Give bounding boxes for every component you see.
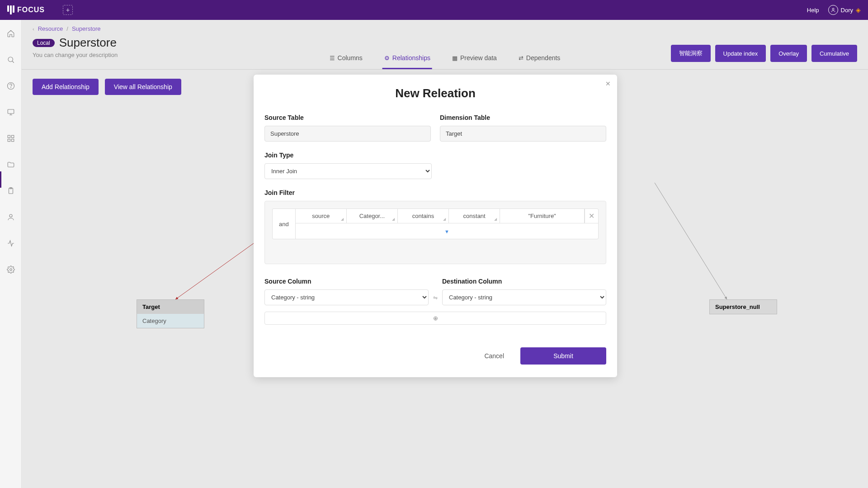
chevron-down-icon: ◢	[494, 217, 497, 221]
dependents-icon: ⇄	[519, 55, 524, 62]
filter-logic-and[interactable]: and	[273, 209, 296, 239]
top-header: FOCUS + Help Dory ◈	[0, 0, 868, 20]
filter-cell-column[interactable]: Categor...◢	[347, 209, 398, 223]
chevron-left-icon[interactable]: ‹	[33, 26, 34, 32]
node-target[interactable]: Target Category	[137, 299, 204, 328]
join-filter-label: Join Filter	[264, 189, 606, 196]
svg-point-12	[9, 269, 12, 271]
app-logo[interactable]: FOCUS	[7, 5, 45, 14]
svg-point-0	[832, 8, 834, 10]
dest-column-select[interactable]: Category - string	[442, 289, 606, 305]
left-sidebar	[0, 20, 22, 488]
help-icon[interactable]	[6, 81, 15, 90]
filter-cell-value[interactable]: "Furniture"	[500, 209, 585, 223]
filter-cell-source[interactable]: source◢	[296, 209, 347, 223]
chevron-down-icon: ◢	[392, 217, 395, 221]
folder-icon[interactable]	[6, 160, 15, 169]
preview-icon: ▦	[452, 55, 458, 62]
help-link[interactable]: Help	[807, 7, 819, 14]
local-badge: Local	[33, 39, 55, 47]
svg-rect-4	[8, 109, 14, 114]
node-target-title: Target	[137, 300, 204, 314]
new-tab-button[interactable]: +	[63, 5, 73, 15]
svg-rect-6	[11, 135, 14, 137]
filter-cell-type[interactable]: constant◢	[449, 209, 500, 223]
filter-add-row[interactable]: ▼	[296, 223, 598, 239]
node-target-column[interactable]: Category	[137, 314, 204, 328]
view-all-relationship-button[interactable]: View all Relationship	[105, 79, 181, 95]
source-table-label: Source Table	[264, 114, 431, 121]
svg-rect-5	[8, 135, 10, 137]
insight-button[interactable]: 智能洞察	[671, 45, 711, 62]
tabs: ☰ Columns ⚙ Relationships ▦ Preview data…	[328, 50, 562, 69]
filter-box: and source◢ Categor...◢ contains◢ consta…	[264, 201, 606, 264]
app-name: FOCUS	[17, 6, 45, 14]
tab-dependents[interactable]: ⇄ Dependents	[517, 50, 562, 69]
tab-columns[interactable]: ☰ Columns	[328, 50, 364, 69]
filter-remove-button[interactable]: ✕	[585, 209, 598, 223]
grid-icon[interactable]	[6, 134, 15, 143]
breadcrumb-separator: /	[66, 25, 68, 32]
cancel-button[interactable]: Cancel	[477, 348, 511, 364]
sidebar-active-indicator	[0, 171, 1, 188]
chevron-down-icon: ◢	[443, 217, 446, 221]
settings-icon[interactable]	[6, 265, 15, 274]
update-index-button[interactable]: Update index	[715, 45, 766, 62]
dimension-table-label: Dimension Table	[440, 114, 606, 121]
add-relationship-button[interactable]: Add Relationship	[33, 79, 99, 95]
user-menu[interactable]: Dory ◈	[828, 5, 861, 15]
search-icon[interactable]	[6, 55, 15, 64]
presentation-icon[interactable]	[6, 108, 15, 117]
svg-line-14	[655, 183, 727, 299]
overlay-button[interactable]: Overlay	[770, 45, 807, 62]
link-icon: ⇋	[433, 294, 438, 305]
page-title: Superstore	[59, 36, 117, 50]
relationships-icon: ⚙	[384, 55, 390, 62]
columns-icon: ☰	[330, 55, 335, 62]
modal-title: New Releation	[264, 86, 606, 100]
user-avatar-icon	[828, 5, 838, 15]
svg-point-11	[9, 214, 12, 217]
filter-cell-operator[interactable]: contains◢	[398, 209, 449, 223]
svg-rect-8	[11, 139, 14, 142]
source-column-select[interactable]: Category - string	[264, 289, 429, 305]
breadcrumb: ‹ Resource / Superstore	[33, 25, 857, 32]
add-column-pair-button[interactable]: ⊕	[264, 312, 606, 325]
breadcrumb-superstore[interactable]: Superstore	[72, 25, 101, 32]
premium-icon: ◈	[856, 6, 861, 14]
close-icon[interactable]: ✕	[605, 80, 611, 87]
svg-point-3	[10, 87, 11, 88]
tab-relationships[interactable]: ⚙ Relationships	[382, 50, 432, 69]
user-icon[interactable]	[6, 213, 15, 222]
cumulative-button[interactable]: Cumulative	[811, 45, 857, 62]
breadcrumb-resource[interactable]: Resource	[38, 25, 63, 32]
dest-column-label: Destination Column	[442, 278, 606, 285]
node-super-title: Superstore_null	[710, 300, 777, 314]
source-column-label: Source Column	[264, 278, 429, 285]
logo-bars-icon	[7, 5, 14, 14]
join-type-label: Join Type	[264, 152, 432, 159]
page-header: ‹ Resource / Superstore Local Superstore…	[22, 20, 868, 70]
dimension-table-input[interactable]	[440, 126, 606, 142]
user-name: Dory	[841, 7, 853, 14]
chevron-down-icon: ◢	[341, 217, 344, 221]
svg-rect-7	[8, 139, 10, 142]
add-filter-icon: ▼	[444, 229, 449, 234]
join-type-select[interactable]: Inner Join	[264, 163, 432, 179]
clipboard-icon[interactable]	[6, 186, 15, 195]
node-superstore-null[interactable]: Superstore_null	[709, 299, 777, 314]
tab-preview[interactable]: ▦ Preview data	[450, 50, 499, 69]
new-relation-modal: ✕ New Releation Source Table Dimension T…	[254, 75, 617, 377]
svg-point-1	[8, 57, 13, 62]
submit-button[interactable]: Submit	[520, 347, 606, 365]
home-icon[interactable]	[6, 29, 15, 38]
activity-icon[interactable]	[6, 239, 15, 248]
source-table-input[interactable]	[264, 126, 431, 142]
